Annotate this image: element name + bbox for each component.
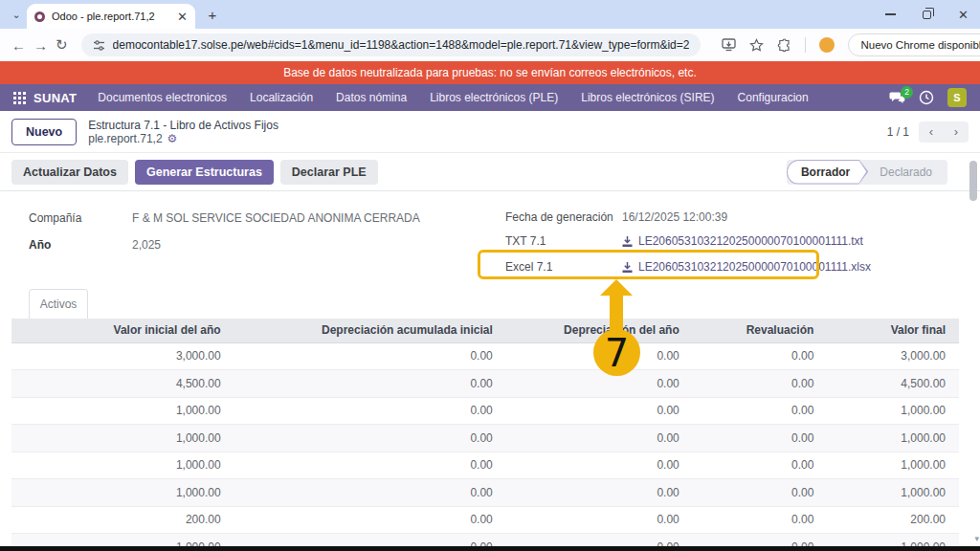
pager-previous-icon[interactable]: ‹ xyxy=(919,121,944,143)
company-value: F & M SOL SERVICE SOCIEDAD ANONIMA CERRA… xyxy=(132,211,420,225)
address-bar[interactable]: democontable17.solse.pe/web#cids=1&menu_… xyxy=(81,33,702,56)
breadcrumb-bar: Nuevo Estructura 7.1 - Libro de Activos … xyxy=(0,111,980,153)
window-bottom-edge xyxy=(0,546,980,551)
excel-download-link[interactable]: LE2060531032120250000070100001111.xlsx xyxy=(622,260,871,274)
table-row[interactable]: 3,000.000.000.000.003,000.00 xyxy=(11,342,959,370)
browser-toolbar: ← → ↻ democontable17.solse.pe/web#cids=1… xyxy=(0,29,980,61)
table-cell: 0.00 xyxy=(693,534,828,547)
column-header[interactable]: Valor final xyxy=(827,319,959,342)
extensions-icon[interactable] xyxy=(777,38,791,53)
gear-icon[interactable]: ⚙ xyxy=(167,132,178,145)
table-cell: 0.00 xyxy=(234,397,506,425)
restore-button[interactable] xyxy=(923,11,931,19)
app-brand[interactable]: SUNAT xyxy=(33,91,77,105)
back-button[interactable]: ← xyxy=(11,37,26,54)
table-cell: 4,500.00 xyxy=(11,370,234,398)
window-close-button[interactable]: ✕ xyxy=(958,8,969,22)
status-draft[interactable]: Borrador xyxy=(787,160,868,185)
nav-item[interactable]: Libros electrónicos (PLE) xyxy=(430,91,558,104)
table-row[interactable]: 1,000.000.000.000.001,000.00 xyxy=(11,534,959,547)
forward-button[interactable]: → xyxy=(33,37,48,54)
download-icon xyxy=(622,236,633,247)
table-cell: 0.00 xyxy=(693,425,828,452)
tab-title: Odoo - ple.report.71,2 xyxy=(52,11,171,22)
activities-clock-icon[interactable] xyxy=(919,90,934,105)
record-pager: 1 / 1 ‹ › xyxy=(887,121,969,143)
table-cell: 0.00 xyxy=(234,534,506,547)
table-row[interactable]: 1,000.000.000.000.001,000.00 xyxy=(11,479,959,507)
table-cell: 0.00 xyxy=(506,370,693,398)
table-row[interactable]: 1,000.000.000.000.001,000.00 xyxy=(11,452,959,479)
navbar-right: 2 S xyxy=(889,88,970,107)
table-cell: 0.00 xyxy=(693,506,828,534)
nav-item[interactable]: Documentos electronicos xyxy=(98,91,227,104)
form-sheet: Compañía F & M SOL SERVICE SOCIEDAD ANON… xyxy=(0,191,980,546)
site-settings-icon[interactable] xyxy=(93,39,105,52)
status-draft-label: Borrador xyxy=(801,165,850,179)
status-declared[interactable]: Declarado xyxy=(868,165,944,179)
nav-item[interactable]: Datos nómina xyxy=(336,91,407,104)
update-data-button[interactable]: Actualizar Datos xyxy=(11,160,128,185)
annotation-step-circle: 7 xyxy=(593,329,640,376)
browser-tab[interactable]: Odoo - ple.report.71,2 ✕ xyxy=(27,4,195,29)
column-header[interactable]: Revaluación xyxy=(693,319,828,342)
reload-button[interactable]: ↻ xyxy=(56,36,68,54)
table-row[interactable]: 4,500.000.000.000.004,500.00 xyxy=(11,370,959,398)
scrollbar-thumb[interactable] xyxy=(969,161,977,201)
company-label: Compañía xyxy=(29,211,132,225)
generate-structures-button[interactable]: Generar Estructuras xyxy=(135,160,274,185)
nav-item[interactable]: Localización xyxy=(250,91,313,104)
txt-download-link[interactable]: LE2060531032120250000070100001111.txt xyxy=(622,234,863,248)
nav-item[interactable]: Libros electrónicos (SIRE) xyxy=(581,91,714,104)
minimize-button[interactable] xyxy=(885,13,896,15)
table-row[interactable]: 1,000.000.000.000.001,000.00 xyxy=(11,425,959,452)
tab-close-icon[interactable]: ✕ xyxy=(177,10,188,24)
column-header[interactable]: Depreciación acumulada inicial xyxy=(234,319,506,342)
messages-icon[interactable]: 2 xyxy=(889,91,905,105)
table-row[interactable]: 200.000.000.000.00200.00 xyxy=(11,506,959,534)
annotation-arrow-shaft xyxy=(610,294,623,334)
table-row[interactable]: 1,000.000.000.000.001,000.00 xyxy=(11,397,959,425)
table-cell: 1,000.00 xyxy=(827,425,959,452)
table-cell: 1,000.00 xyxy=(11,452,234,479)
breadcrumb-record[interactable]: ple.report.71,2 xyxy=(88,132,162,145)
apps-grid-icon[interactable] xyxy=(13,92,26,104)
chrome-update-button[interactable]: Nuevo Chrome disponible ⋮ xyxy=(848,33,980,56)
table-cell: 200.00 xyxy=(11,506,234,534)
new-record-button[interactable]: Nuevo xyxy=(11,119,77,145)
table-cell: 1,000.00 xyxy=(827,479,959,507)
table-cell: 0.00 xyxy=(234,425,506,452)
odoo-navbar: SUNAT Documentos electronicosLocalizació… xyxy=(0,84,980,111)
bookmark-star-icon[interactable] xyxy=(749,38,764,53)
page-scrollbar[interactable] xyxy=(969,156,977,546)
install-app-icon[interactable] xyxy=(722,38,736,52)
scroll-down-icon[interactable]: ▾ xyxy=(974,534,979,543)
declare-ple-button[interactable]: Declarar PLE xyxy=(280,160,378,185)
status-widget: Borrador Declarado xyxy=(787,160,947,185)
pager-next-icon[interactable]: › xyxy=(944,121,969,143)
new-tab-button[interactable]: + xyxy=(203,6,222,25)
table-cell: 1,000.00 xyxy=(11,425,234,452)
tab-search-chevron-icon[interactable]: ⌄ xyxy=(8,7,25,24)
nav-menu: Documentos electronicosLocalizaciónDatos… xyxy=(98,91,808,104)
excel-filename: LE2060531032120250000070100001111.xlsx xyxy=(638,260,871,274)
annotation-step-number: 7 xyxy=(605,331,629,375)
user-avatar[interactable]: S xyxy=(947,88,967,107)
table-cell: 0.00 xyxy=(506,397,693,425)
table-cell: 0.00 xyxy=(234,479,506,507)
form-action-bar: Actualizar Datos Generar Estructuras Dec… xyxy=(0,153,980,191)
year-value: 2,025 xyxy=(132,238,161,252)
neutralized-db-banner: Base de datos neutralizada para pruebas:… xyxy=(0,61,980,84)
generation-date-value: 16/12/2025 12:00:39 xyxy=(622,210,727,224)
profile-avatar[interactable] xyxy=(819,37,835,53)
tab-activos-label: Activos xyxy=(40,298,78,311)
table-cell: 3,000.00 xyxy=(11,342,234,370)
tab-activos[interactable]: Activos xyxy=(29,289,88,319)
txt-label: TXT 7.1 xyxy=(505,234,622,248)
breadcrumb-title[interactable]: Estructura 7.1 - Libro de Activos Fijos xyxy=(88,119,278,132)
nav-item[interactable]: Configuracion xyxy=(738,91,809,104)
table-body: 3,000.000.000.000.003,000.004,500.000.00… xyxy=(11,342,959,546)
browser-titlebar: ⌄ Odoo - ple.report.71,2 ✕ + ✕ xyxy=(0,0,980,29)
excel-label: Excel 7.1 xyxy=(505,260,622,274)
column-header[interactable]: Valor inicial del año xyxy=(11,319,234,342)
